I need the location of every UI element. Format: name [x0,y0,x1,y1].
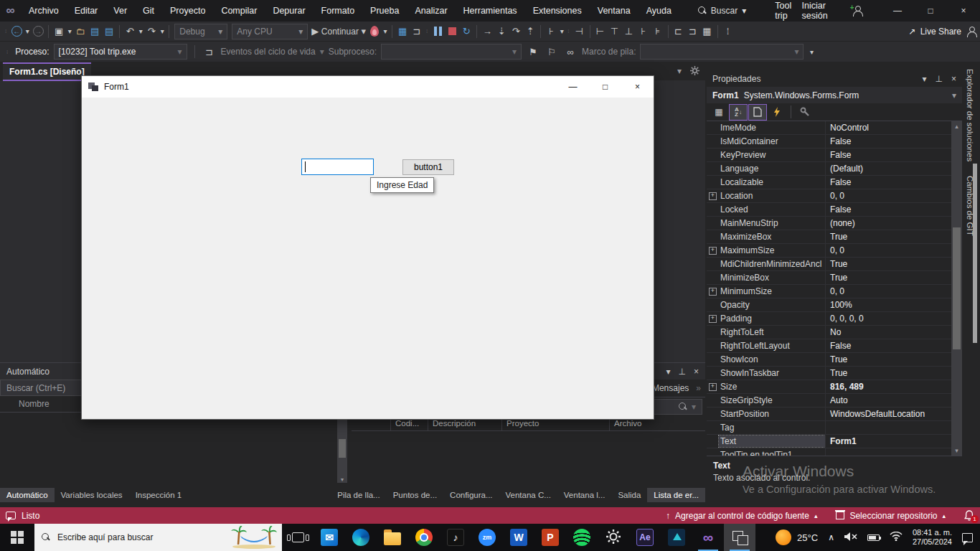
property-value[interactable]: True [825,353,951,366]
autos-body[interactable]: ▴ ▾ [0,413,349,484]
scroll-down-icon[interactable]: ▾ [341,476,344,483]
locate-in-solution-explorer-button[interactable]: ▦ [395,24,410,39]
navigate-back-button[interactable]: ← [9,24,24,39]
document-options-icon[interactable] [690,66,699,77]
chevron-down-icon[interactable]: ▾ [558,24,565,39]
taskbar-app-edge[interactable] [345,524,377,551]
tool-window-tab[interactable]: Pila de lla... [331,488,386,502]
restore-button[interactable]: □ [914,0,947,22]
categorized-button[interactable]: ▦ [710,105,727,120]
property-value[interactable]: Form1 [825,435,951,448]
add-to-source-control-button[interactable]: ↑ Agregar al control de código fuente ▴ [666,511,817,521]
pause-button[interactable] [430,24,445,39]
alphabetical-button[interactable]: AZ↓ [730,105,747,120]
notifications-bell-icon[interactable]: 1 [964,510,974,521]
active-files-dropdown-icon[interactable]: ▾ [677,66,682,77]
property-row[interactable]: ImeMode NoControl [707,121,951,135]
align-centers-button[interactable]: ⊢ [593,24,608,39]
new-item-button[interactable]: ▣ [52,24,66,39]
close-button[interactable]: × [621,76,654,98]
property-row[interactable]: Location 0, 0 [707,189,951,203]
expand-icon[interactable] [707,247,719,255]
tool-window-tab[interactable]: Salida [611,488,647,502]
battery-icon[interactable] [867,534,880,541]
menu-item[interactable]: Compilar [213,0,265,22]
chevron-down-icon[interactable]: ▾ [320,47,324,57]
taskbar-app-mail[interactable]: ✉ [314,524,345,551]
age-textbox[interactable] [301,159,374,175]
property-row[interactable]: ToolTip en toolTip1 [707,448,951,456]
menu-item[interactable]: Editar [67,0,106,22]
redo-button[interactable]: ↷ [144,24,159,39]
solution-platform-dropdown[interactable]: Any CPU▾ [232,24,308,39]
feedback-icon[interactable] [6,512,16,519]
lifecycle-events-icon[interactable]: ⊐ [202,44,217,60]
toolbar-grip[interactable]: ⁞ [426,28,428,34]
property-value[interactable]: (Default) [825,162,951,175]
property-row[interactable]: MdiChildrenMinimizedAncl True [707,258,951,271]
property-row[interactable]: StartPosition WindowsDefaultLocation [707,408,951,421]
tool-window-tab[interactable]: Ventana l... [557,488,612,502]
align-rights-button[interactable]: ⊤ [608,24,622,39]
minimize-button[interactable]: — [881,0,914,22]
taskbar-app-chrome[interactable] [408,524,440,551]
property-row[interactable]: Text Form1 [707,435,951,448]
document-tab-form1-design[interactable]: Form1.cs [Diseño] [3,62,91,81]
property-row[interactable]: KeyPreview False [707,149,951,162]
menu-item[interactable]: Analizar [407,0,455,22]
menu-item[interactable]: Archivo [21,0,67,22]
make-same-size-button[interactable]: ▦ [700,24,715,39]
continue-button[interactable]: ▶ Continuar ▾ [310,24,367,39]
property-value[interactable]: Auto [825,394,951,407]
scrollbar-thumb[interactable] [953,227,961,349]
property-value[interactable]: False [825,176,951,189]
task-view-button[interactable] [282,524,314,551]
close-icon[interactable]: × [694,367,699,377]
tool-window-tab[interactable]: Inspección 1 [129,488,189,502]
taskbar-app-word[interactable]: W [503,524,534,551]
thread-dropdown[interactable]: ▾ [381,44,522,60]
property-row[interactable]: SizeGripStyle Auto [707,394,951,408]
minimize-button[interactable]: — [557,76,589,98]
tool-window-tab[interactable]: Variables locales [55,488,129,502]
title-search[interactable]: Buscar ▾ [698,6,746,16]
align-lefts-button[interactable]: ⊣ [573,24,587,39]
step-over-button[interactable]: ↷ [509,24,523,39]
toolbar-overflow-icon[interactable]: » [696,383,701,393]
expand-icon[interactable] [707,192,719,200]
close-button[interactable]: × [947,0,980,22]
menu-item[interactable]: Formato [314,0,363,22]
property-row[interactable]: MaximumSize 0, 0 [707,244,951,258]
taskbar-app-powerpoint[interactable]: P [534,524,566,551]
property-row[interactable]: Tag [707,421,951,435]
properties-view-button[interactable] [749,105,766,120]
menu-item[interactable]: Herramientas [456,0,525,22]
syntax-visualizer-button[interactable]: ⊦ [544,24,558,39]
taskbar-app-after-effects[interactable]: Ae [629,524,661,551]
chevron-down-icon[interactable]: ▾ [159,24,166,39]
action-center-icon[interactable] [962,533,973,542]
property-value[interactable]: (none) [825,217,951,230]
property-value[interactable]: True [825,230,951,243]
menu-item[interactable]: Depurar [265,0,313,22]
property-value[interactable]: False [825,203,951,216]
scroll-down-icon[interactable]: ▾ [955,447,958,454]
property-value[interactable]: True [825,367,951,380]
taskbar-app-settings[interactable] [598,524,629,551]
properties-scrollbar[interactable]: ▴ ▾ [951,121,962,456]
property-value[interactable]: True [825,258,951,270]
toolbar-grip[interactable]: ⁞ [567,28,570,34]
property-value[interactable]: NoControl [825,121,951,134]
process-dropdown[interactable]: [10232] Tool trip.exe▾ [54,44,187,60]
property-value[interactable]: 816, 489 [825,380,951,393]
menu-item[interactable]: Git [135,0,162,22]
toolbar-options-icon[interactable]: ▾ [808,44,815,60]
property-row[interactable]: RightToLeft No [707,326,951,339]
properties-title-bar[interactable]: Propiedades ▾ ⊥ × [707,70,962,87]
step-out-button[interactable]: ⇡ [523,24,537,39]
button1[interactable]: button1 [402,159,454,175]
step-into-button[interactable]: ⇣ [494,24,509,39]
show-output-button[interactable]: ⊐ [410,24,424,39]
property-row[interactable]: MaximizeBox True [707,230,951,244]
chevron-down-icon[interactable]: ▾ [24,24,31,39]
